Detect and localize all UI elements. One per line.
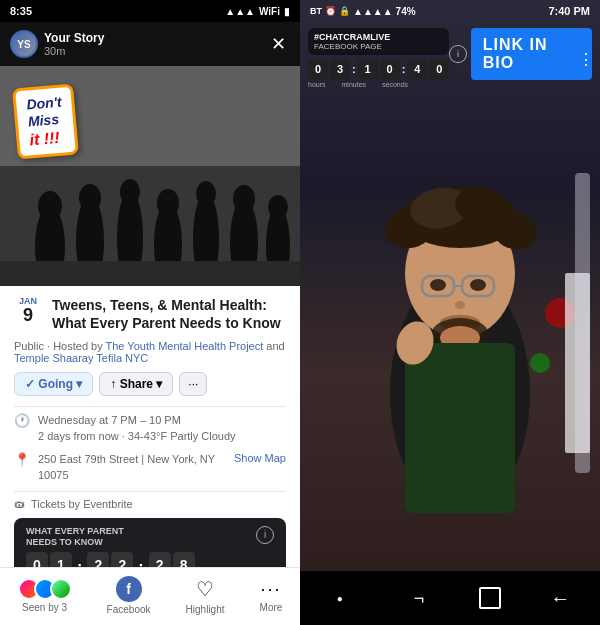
timer-minutes-group: 1 0: [358, 59, 400, 79]
m-digit-0: 1: [358, 59, 378, 79]
status-bar-left: 8:35 ▲▲▲ WiFi ▮: [0, 0, 300, 22]
time-right: 7:40 PM: [548, 5, 590, 17]
svg-point-31: [470, 279, 486, 291]
right-bottom-bar: ● ⌐ ←: [300, 570, 600, 625]
h-digit-1: 3: [330, 59, 350, 79]
m-digit-1: 0: [380, 59, 400, 79]
dont-miss-sticker: Don't Miss it !!!: [12, 83, 79, 159]
svg-point-39: [530, 353, 550, 373]
event-date-row: JAN 9 Tweens, Teens, & Mental Health: Wh…: [14, 296, 286, 332]
facebook-page-text: FACEBOOK PAGE: [314, 42, 443, 51]
timer-sep-2: :: [402, 63, 406, 75]
event-datetime: Wednesday at 7 PM – 10 PM: [38, 413, 236, 428]
facebook-label: Facebook: [107, 604, 151, 615]
more-bottom-item[interactable]: ··· More: [260, 579, 283, 613]
highlight-bottom-item[interactable]: ♡ Highlight: [186, 576, 225, 615]
event-and: and: [266, 340, 284, 352]
timer-container: 0 3 : 1 0 : 4: [308, 59, 449, 88]
hours-digit-1: 2: [111, 552, 133, 567]
event-actions: ✓ Going ▾ ↑ Share ▾ ···: [14, 372, 286, 396]
story-header-left: YS Your Story 30m: [10, 30, 104, 58]
event-host1-link[interactable]: The Youth Mental Health Project: [106, 340, 264, 352]
sticker-line3: it !!!: [29, 127, 66, 149]
event-location-row: 📍 250 East 79th Street | New York, NY 10…: [14, 452, 286, 483]
countdown-widget: WHAT EVERY PARENT NEEDS TO KNOW i 0 1 da…: [14, 518, 286, 567]
event-address: 250 East 79th Street | New York, NY 1007…: [38, 452, 226, 483]
highlight-label: Highlight: [186, 604, 225, 615]
link-in-bio-button[interactable]: LINK IN BIO: [471, 28, 592, 80]
seen-by-label: Seen by 3: [22, 602, 67, 613]
dot-indicator: ●: [320, 578, 360, 618]
tickets-row: 🎟 Tickets by Eventbrite: [14, 498, 286, 510]
s-digit-1: 0: [429, 59, 449, 79]
h-digit-0: 0: [308, 59, 328, 79]
timer-row: 0 3 : 1 0 : 4: [308, 59, 449, 79]
hours-digit-0: 2: [87, 552, 109, 567]
divider-2: [14, 491, 286, 492]
highlight-icon: ♡: [192, 576, 218, 602]
countdown-minutes: 2 8 minutes: [149, 552, 195, 567]
location-icon: 📍: [14, 452, 30, 467]
signal-icon: ▲▲▲: [225, 6, 255, 17]
timer-seconds-group: 4 0: [407, 59, 449, 79]
story-header: YS Your Story 30m ✕: [0, 22, 300, 66]
back-arrow-icon[interactable]: ←: [540, 578, 580, 618]
info-circle-icon[interactable]: i: [449, 45, 466, 63]
days-digit-1: 1: [50, 552, 72, 567]
going-button[interactable]: ✓ Going ▾: [14, 372, 93, 396]
timer-unit-labels: hours minutes seconds: [308, 81, 449, 88]
left-overlay: #CHATCRAMLIVE FACEBOOK PAGE 0 3 : 1: [308, 28, 449, 88]
s-digit-0: 4: [407, 59, 427, 79]
story-info: Your Story 30m: [44, 31, 104, 57]
more-options-button[interactable]: ⋮: [578, 50, 594, 69]
right-status-left-icons: BT ⏰ 🔒 ▲▲▲▲ 74%: [310, 6, 416, 17]
status-bar-right: BT ⏰ 🔒 ▲▲▲▲ 74% 7:40 PM: [300, 0, 600, 22]
story-time: 30m: [44, 45, 104, 57]
svg-point-32: [455, 301, 465, 309]
close-button[interactable]: ✕: [266, 32, 290, 56]
link-in-bio-row: i LINK IN BIO: [449, 28, 592, 80]
event-host2-link[interactable]: Temple Shaaray Tefila NYC: [14, 352, 148, 364]
seen-by-item: Seen by 3: [18, 578, 72, 613]
countdown-info-button[interactable]: i: [256, 526, 274, 544]
more-icon: ···: [261, 579, 282, 600]
corner-icon[interactable]: ⌐: [399, 578, 439, 618]
share-button[interactable]: ↑ Share ▾: [99, 372, 173, 396]
hours-digits: 2 2: [87, 552, 133, 567]
person-svg: [330, 113, 590, 513]
bottom-bar: Seen by 3 f Facebook ♡ Highlight ··· Mor…: [0, 567, 300, 625]
event-day: 9: [23, 306, 33, 324]
ticket-icon: 🎟: [14, 498, 25, 510]
event-hosted-by: Hosted by: [53, 340, 103, 352]
left-panel: 8:35 ▲▲▲ WiFi ▮ YS Your Story 30m ✕: [0, 0, 300, 625]
story-image: Don't Miss it !!!: [0, 66, 300, 286]
live-overlay-top: #CHATCRAMLIVE FACEBOOK PAGE 0 3 : 1: [308, 28, 592, 88]
facebook-icon: f: [116, 576, 142, 602]
show-map-link[interactable]: Show Map: [234, 452, 286, 464]
hashtag-text: #CHATCRAMLIVE: [314, 32, 443, 42]
story-title: Your Story: [44, 31, 104, 45]
avatar-initials: YS: [17, 39, 30, 50]
event-title: Tweens, Teens, & Mental Health: What Eve…: [52, 296, 286, 332]
bluetooth-icon: BT: [310, 6, 322, 16]
more-button[interactable]: ···: [179, 372, 207, 396]
svg-rect-41: [575, 173, 590, 473]
viewer-avatar-3: [50, 578, 72, 600]
timer-minutes-digits: 1 0: [358, 59, 400, 79]
svg-rect-36: [405, 343, 515, 513]
viewer-avatars: [18, 578, 72, 600]
clock-icon: 🕐: [14, 413, 30, 428]
hours-unit-label: hours: [308, 81, 326, 88]
countdown-timer: 0 1 days : 2 2 hours : 2: [26, 552, 195, 567]
event-date-badge: JAN 9: [14, 296, 42, 324]
facebook-bottom-item[interactable]: f Facebook: [107, 576, 151, 615]
battery-icon: ▮: [284, 6, 290, 17]
timer-hours-group: 0 3: [308, 59, 350, 79]
time-display: 8:35: [10, 5, 32, 17]
chatcram-box: #CHATCRAMLIVE FACEBOOK PAGE: [308, 28, 449, 55]
story-avatar: YS: [10, 30, 38, 58]
square-icon[interactable]: [479, 587, 501, 609]
more-label: More: [260, 602, 283, 613]
wifi-icon: WiFi: [259, 6, 280, 17]
right-overlay-buttons: i LINK IN BIO: [449, 28, 592, 80]
